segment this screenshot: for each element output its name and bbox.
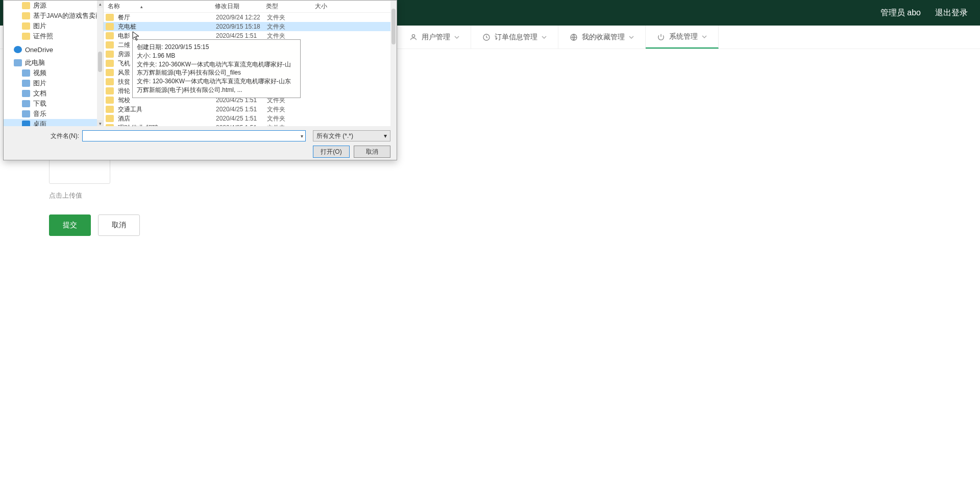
menu-label: 我的收藏管理 (582, 33, 625, 42)
file-name: 电影 (118, 32, 216, 40)
folder-icon (22, 33, 30, 40)
tooltip-size: 大小: 1.96 MB (137, 52, 296, 60)
upload-hint: 点击上传值 (49, 191, 968, 200)
tooltip-folders: 文件夹: 120-360KW一体式电动汽车直流充电机哪家好-山东万辉新能源(电子… (137, 60, 296, 78)
pc-icon (14, 59, 22, 66)
sort-asc-icon: ▴ (140, 4, 143, 9)
music-icon (22, 110, 30, 117)
file-row[interactable]: 交通工具2020/4/25 1:51文件夹 (104, 105, 397, 114)
col-size[interactable]: 大小 (311, 2, 341, 11)
upload-dropzone[interactable] (49, 158, 110, 184)
file-name: 充电桩 (118, 22, 216, 31)
folder-icon (22, 22, 30, 30)
folder-icon (22, 2, 30, 9)
user-icon (409, 33, 418, 41)
tree-item[interactable]: 基于JAVA的游戏售卖商城网站 (4, 11, 103, 21)
scroll-up-icon[interactable]: ▴ (97, 1, 103, 8)
tree-item[interactable]: 证件照 (4, 31, 103, 41)
tree-item-label: 视频 (33, 68, 46, 78)
dialog-bottom: 文件名(N): ▾ 所有文件 (*.*) ▾ 打开(O) 取消 (4, 126, 397, 160)
tree-item[interactable]: 图片 (4, 21, 103, 31)
submit-button[interactable]: 提交 (49, 214, 91, 236)
globe-icon (570, 33, 578, 41)
tree-item[interactable]: 下载 (4, 99, 103, 109)
file-date: 2020/4/25 1:51 (216, 32, 267, 39)
file-name: 餐厅 (118, 13, 216, 22)
menu-user-manage[interactable]: 用户管理 (398, 26, 471, 49)
tree-item-label: 基于JAVA的游戏售卖商城网站 (33, 11, 103, 20)
tree-item[interactable]: 音乐 (4, 109, 103, 119)
scroll-thumb[interactable] (391, 9, 396, 44)
menu-system-manage[interactable]: 系统管理 (646, 26, 719, 49)
folder-icon (106, 69, 114, 76)
tree-item-label: 此电脑 (25, 58, 45, 67)
folder-icon (106, 87, 114, 94)
chevron-down-icon (454, 35, 459, 40)
file-name: 酒店 (118, 114, 216, 123)
folder-tree: 房源基于JAVA的游戏售卖商城网站图片证件照OneDrive此电脑视频图片文档下… (4, 1, 104, 127)
admin-label[interactable]: 管理员 abo (880, 8, 921, 18)
tree-item[interactable]: 房源 (4, 1, 103, 11)
file-row[interactable]: 餐厅2020/9/24 12:22文件夹 (104, 13, 397, 22)
folder-icon (106, 60, 114, 67)
file-date: 2020/9/24 12:22 (216, 14, 267, 21)
tree-item-label: 文档 (33, 89, 46, 98)
folder-icon (106, 41, 114, 49)
file-type: 文件夹 (267, 114, 316, 123)
tree-item-label: 房源 (33, 1, 46, 10)
file-date: 2020/4/25 1:51 (216, 115, 267, 122)
menu-fav-manage[interactable]: 我的收藏管理 (558, 26, 646, 49)
file-row[interactable]: 酒店2020/4/25 1:51文件夹 (104, 114, 397, 123)
power-icon (657, 33, 665, 41)
open-button[interactable]: 打开(O) (313, 146, 350, 158)
pic-icon (22, 80, 30, 87)
tree-item[interactable]: 图片 (4, 78, 103, 88)
onedrive-icon (14, 46, 22, 53)
cancel-button[interactable]: 取消 (98, 214, 140, 236)
list-scrollbar[interactable] (390, 1, 397, 127)
logout-link[interactable]: 退出登录 (935, 8, 968, 18)
tree-item-label: 音乐 (33, 109, 46, 118)
chevron-down-icon[interactable]: ▾ (301, 133, 303, 139)
chevron-down-icon: ▾ (384, 132, 387, 139)
dialog-cancel-button[interactable]: 取消 (354, 146, 390, 158)
menu-label: 用户管理 (422, 33, 450, 42)
folder-tooltip: 创建日期: 2020/9/15 15:15 大小: 1.96 MB 文件夹: 1… (132, 39, 301, 98)
file-row[interactable]: 充电桩2020/9/15 15:18文件夹 (104, 22, 397, 31)
tooltip-files: 文件: 120-360KW一体式电动汽车直流充电机哪家好-山东万辉新能源(电子)… (137, 77, 296, 94)
video-icon (22, 69, 30, 77)
file-type: 文件夹 (267, 13, 316, 22)
tree-item-label: OneDrive (25, 46, 53, 54)
tree-item-label: 图片 (33, 21, 46, 31)
filetype-select[interactable]: 所有文件 (*.*) ▾ (313, 130, 390, 141)
list-header: 名称▴ 修改日期 类型 大小 (104, 1, 397, 13)
file-open-dialog: 房源基于JAVA的游戏售卖商城网站图片证件照OneDrive此电脑视频图片文档下… (3, 0, 397, 160)
scroll-thumb[interactable] (98, 52, 102, 72)
dl-icon (22, 100, 30, 107)
menu-label: 订单信息管理 (495, 33, 537, 42)
tree-item[interactable]: OneDrive (4, 44, 103, 55)
folder-icon (106, 23, 114, 30)
col-name[interactable]: 名称▴ (104, 2, 211, 11)
tree-item-label: 下载 (33, 99, 46, 108)
doc-icon (22, 90, 30, 97)
folder-icon (106, 115, 114, 122)
menu-label: 系统管理 (669, 32, 698, 41)
tree-item[interactable]: 此电脑 (4, 58, 103, 68)
filename-label: 文件名(N): (10, 132, 79, 140)
folder-icon (106, 78, 114, 85)
file-name: 交通工具 (118, 105, 216, 114)
col-type[interactable]: 类型 (262, 2, 311, 11)
svg-point-0 (412, 34, 414, 37)
file-date: 2020/9/15 15:18 (216, 23, 267, 30)
tooltip-created: 创建日期: 2020/9/15 15:15 (137, 43, 296, 52)
menu-order-manage[interactable]: 订单信息管理 (471, 26, 558, 49)
filename-input[interactable]: ▾ (82, 130, 306, 141)
file-type: 文件夹 (267, 22, 316, 31)
tree-scrollbar[interactable]: ▴ ▾ (97, 1, 103, 127)
file-type: 文件夹 (267, 32, 316, 40)
tree-item[interactable]: 文档 (4, 88, 103, 99)
chevron-down-icon (542, 35, 547, 40)
col-date[interactable]: 修改日期 (211, 2, 262, 11)
tree-item[interactable]: 视频 (4, 68, 103, 78)
